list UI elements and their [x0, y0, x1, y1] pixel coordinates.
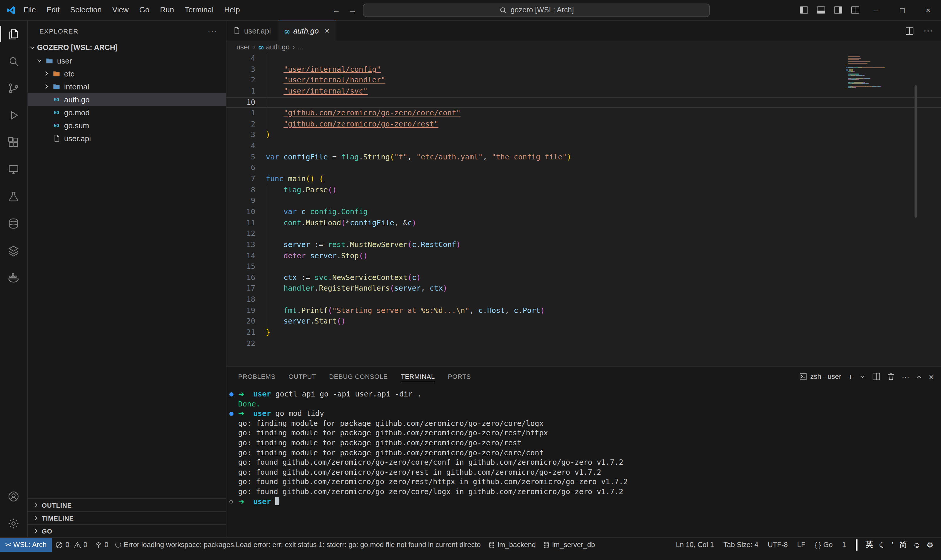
scrollbar-thumb[interactable] [915, 85, 917, 218]
code-line: 1 "github.com/zeromicro/go-zero/core/con… [226, 108, 941, 118]
db-connection-im_server_db[interactable]: im_server_db [539, 538, 598, 552]
activity-run-debug[interactable] [0, 102, 27, 129]
code-editor[interactable]: 4 3 "user/internal/config" 2 "user/inter… [226, 53, 941, 366]
section-go[interactable]: GO [28, 524, 226, 537]
ime-settings-icon[interactable]: ⚙ [924, 540, 936, 549]
eol-sequence[interactable]: LF [793, 538, 810, 552]
terminal-icon [799, 372, 807, 381]
command-center-search[interactable]: gozero [WSL: Arch] [363, 3, 710, 17]
minimize-button[interactable]: – [863, 0, 889, 20]
language-mode[interactable]: { } Go [811, 538, 837, 552]
file-tree: GOZERO [WSL: ARCH] user etc internal GOa… [28, 41, 226, 145]
split-terminal-icon[interactable] [872, 372, 880, 381]
chevron-right-icon [31, 526, 41, 535]
tree-item-etc[interactable]: etc [28, 67, 226, 80]
split-editor-icon[interactable] [905, 26, 914, 35]
activity-accounts[interactable] [0, 483, 27, 510]
tree-item-user.api[interactable]: user.api [28, 132, 226, 145]
editor-more-actions-icon[interactable]: ··· [923, 25, 933, 36]
panel-tab-debug-console[interactable]: DEBUG CONSOLE [329, 367, 388, 386]
menu-help[interactable]: Help [219, 0, 245, 20]
panel-tab-ports[interactable]: PORTS [448, 367, 471, 386]
menu-file[interactable]: File [18, 0, 41, 20]
line-number: 20 [226, 316, 255, 327]
command-decoration-icon[interactable] [229, 500, 233, 503]
close-button[interactable]: × [915, 0, 941, 20]
menu-go[interactable]: Go [134, 0, 155, 20]
simplified-chinese-icon[interactable]: 简 [896, 539, 910, 550]
close-tab-icon[interactable]: × [324, 26, 329, 35]
maximize-panel-icon[interactable] [916, 373, 922, 380]
code-line: 22 [226, 338, 941, 349]
emoji-icon[interactable]: ☺ [910, 540, 924, 549]
code-line: 16 ctx := svc.NewServiceContext(c) [226, 272, 941, 283]
indentation[interactable]: Tab Size: 4 [719, 538, 763, 552]
activity-extensions[interactable] [0, 129, 27, 156]
activity-source-control[interactable] [0, 75, 27, 102]
editor-content[interactable]: 4 3 "user/internal/config" 2 "user/inter… [226, 53, 941, 349]
command-decoration-icon[interactable] [229, 392, 234, 397]
encoding[interactable]: UTF-8 [764, 538, 792, 552]
activity-database[interactable] [0, 210, 27, 237]
tree-item-auth.go[interactable]: GOauth.go [28, 93, 226, 106]
status-bar: >< WSL: Arch 0 0 0 Error loading workspa… [0, 537, 941, 560]
night-mode-icon[interactable]: ☾ [876, 540, 889, 549]
toggle-panel-icon[interactable] [812, 0, 829, 20]
toggle-sidebar-icon[interactable] [795, 0, 812, 20]
panel-tab-terminal[interactable]: TERMINAL [401, 367, 435, 386]
explorer-more-actions-icon[interactable]: ··· [208, 26, 218, 35]
tree-item-internal[interactable]: internal [28, 80, 226, 93]
command-decoration-icon[interactable] [229, 412, 234, 416]
kill-terminal-icon[interactable] [887, 372, 895, 381]
panel-tab-problems[interactable]: PROBLEMS [238, 367, 275, 386]
terminal-dropdown-icon[interactable] [859, 373, 866, 380]
menu-terminal[interactable]: Terminal [179, 0, 219, 20]
menu-run[interactable]: Run [155, 0, 179, 20]
tree-root[interactable]: GOZERO [WSL: ARCH] [28, 41, 226, 54]
history-back-icon[interactable]: ← [330, 5, 342, 15]
close-panel-icon[interactable]: × [929, 371, 934, 382]
breadcrumb[interactable]: user› GOauth.go› ... [226, 41, 941, 53]
terminal-picker[interactable]: zsh - user [799, 372, 841, 381]
workspace-status[interactable]: Error loading workspace: packages.Load e… [112, 538, 485, 552]
history-forward-icon[interactable]: → [347, 5, 358, 15]
breadcrumb-item[interactable]: user [237, 43, 250, 51]
maximize-button[interactable]: □ [889, 0, 915, 20]
tree-item-go.mod[interactable]: GOgo.mod [28, 106, 226, 119]
activity-search[interactable] [0, 48, 27, 75]
db-connection-im_backend[interactable]: im_backend [485, 538, 539, 552]
activity-testing[interactable] [0, 183, 27, 210]
punctuation-icon[interactable]: ’ [889, 540, 896, 549]
activity-explorer[interactable] [0, 21, 27, 48]
activity-layers[interactable] [0, 237, 27, 264]
activity-settings[interactable] [0, 510, 27, 537]
minimap[interactable] [846, 55, 913, 91]
tab-auth.go[interactable]: GO auth.go × [278, 21, 337, 41]
breadcrumb-item[interactable]: ... [298, 43, 304, 51]
notification-count[interactable]: 1 [838, 538, 850, 552]
tree-item-go.sum[interactable]: GOgo.sum [28, 119, 226, 132]
terminal-output[interactable]: ➜ user goctl api go -api user.api -dir .… [226, 386, 941, 537]
panel-tab-output[interactable]: OUTPUT [289, 367, 316, 386]
toggle-secondary-sidebar-icon[interactable] [829, 0, 846, 20]
breadcrumb-item[interactable]: GOauth.go [258, 43, 290, 51]
tab-user.api[interactable]: user.api [226, 21, 278, 41]
customize-layout-icon[interactable] [846, 0, 863, 20]
activity-docker[interactable] [0, 264, 27, 291]
panel-more-actions-icon[interactable]: ··· [902, 372, 909, 381]
new-terminal-icon[interactable]: + [848, 371, 853, 382]
tree-item-user[interactable]: user [28, 54, 226, 67]
code-line: 1 "user/internal/svc" [226, 86, 941, 97]
activity-remote-explorer[interactable] [0, 156, 27, 183]
search-icon [499, 6, 507, 14]
problems-indicator[interactable]: 0 0 [52, 538, 91, 552]
menu-selection[interactable]: Selection [65, 0, 107, 20]
menu-edit[interactable]: Edit [41, 0, 65, 20]
ime-language-icon[interactable]: 英 [863, 539, 876, 550]
section-outline[interactable]: OUTLINE [28, 498, 226, 511]
section-timeline[interactable]: TIMELINE [28, 511, 226, 524]
cursor-position[interactable]: Ln 10, Col 1 [672, 538, 718, 552]
ports-indicator[interactable]: 0 [91, 538, 112, 552]
remote-indicator[interactable]: >< WSL: Arch [0, 538, 52, 552]
menu-view[interactable]: View [107, 0, 134, 20]
